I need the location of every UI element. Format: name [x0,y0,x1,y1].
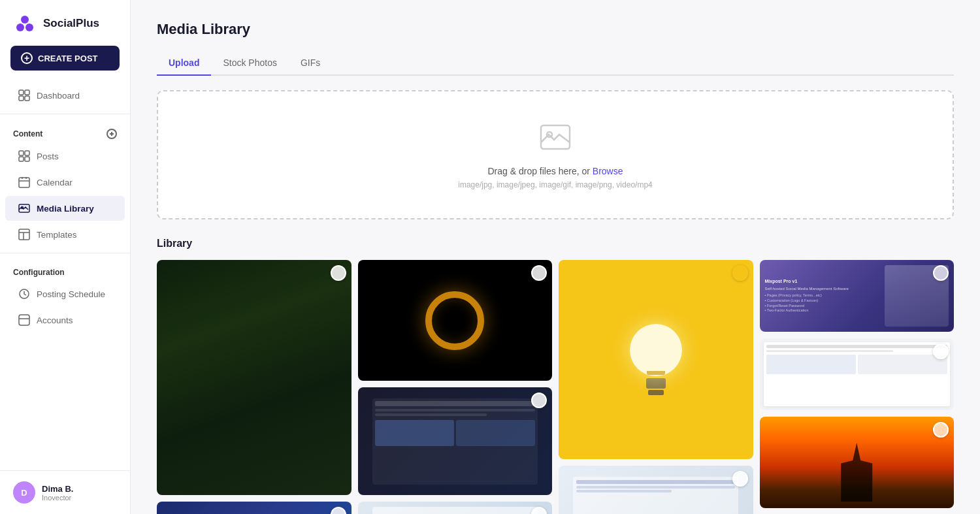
sidebar-templates-label: Templates [37,230,77,240]
sidebar-item-media-library[interactable]: Media Library [5,196,125,221]
sidebar-item-calendar[interactable]: Calendar [5,170,125,195]
upload-image-icon [538,120,572,154]
svg-rect-20 [19,229,29,240]
posts-icon [18,150,30,162]
svg-rect-11 [25,151,29,155]
media-tabs: Upload Stock Photos GIFs [157,52,954,76]
sidebar-calendar-label: Calendar [37,178,73,187]
browse-link[interactable]: Browse [593,166,623,176]
sidebar-accounts-label: Accounts [37,315,73,325]
sidebar-posts-label: Posts [37,152,59,161]
svg-point-2 [25,24,33,31]
sidebar-logo: SocialPlus [0,0,130,46]
list-item[interactable]: Mixpost Pro v1 Self-hosted Social Media … [760,260,955,514]
select-circle[interactable] [732,471,748,487]
upload-formats: image/jpg, image/jpeg, image/gif, image/… [171,180,939,189]
list-item[interactable] [157,260,351,514]
create-post-label: CREATE POST [38,54,98,63]
select-circle[interactable] [331,265,346,281]
list-item[interactable] [358,260,553,514]
main-content: Media Library Upload Stock Photos GIFs D… [131,0,980,514]
logo-icon [13,12,37,35]
select-circle[interactable] [933,265,949,281]
select-circle[interactable] [531,265,547,281]
svg-rect-3 [19,90,24,95]
sidebar-dashboard-label: Dashboard [37,91,80,101]
templates-icon [18,229,30,240]
posting-schedule-icon [18,288,30,300]
list-item[interactable] [559,260,753,514]
sidebar: SocialPlus + CREATE POST Dashboard Conte… [0,0,131,514]
add-content-icon[interactable] [106,129,117,139]
page-title: Media Library [157,21,954,38]
svg-rect-24 [19,315,29,325]
sidebar-media-label: Media Library [37,204,94,214]
library-title: Library [157,238,954,249]
svg-rect-6 [25,96,29,101]
select-circle[interactable] [933,344,949,359]
tab-upload[interactable]: Upload [157,52,211,74]
upload-dropzone[interactable]: Drag & drop files here, or Browse image/… [157,90,954,219]
tab-stock-photos[interactable]: Stock Photos [211,52,289,74]
user-avatar: D [13,481,35,504]
plus-circle-icon: + [21,52,33,64]
accounts-icon [18,314,30,326]
svg-rect-12 [19,157,24,161]
svg-rect-4 [25,90,29,95]
select-circle[interactable] [732,265,748,281]
select-circle[interactable] [933,422,949,438]
sidebar-item-dashboard[interactable]: Dashboard [5,83,125,108]
dashboard-icon [18,89,30,101]
svg-point-1 [16,24,24,31]
svg-rect-13 [25,157,29,161]
sidebar-divider-1 [0,114,130,114]
calendar-icon [18,176,30,188]
svg-rect-10 [19,151,24,155]
media-grid: Mixpost Pro v1 Self-hosted Social Media … [157,260,954,514]
svg-point-0 [21,16,29,24]
app-name: SocialPlus [43,17,99,30]
select-circle[interactable] [531,393,547,408]
sidebar-item-accounts[interactable]: Accounts [5,308,125,332]
user-info: Dima B. Inovector [42,484,73,502]
media-library-icon [18,202,30,214]
user-name: Dima B. [42,484,73,494]
user-profile[interactable]: D Dima B. Inovector [0,470,130,514]
svg-rect-14 [19,178,29,187]
sidebar-divider-2 [0,253,130,253]
user-org: Inovector [42,494,73,502]
sidebar-item-posting-schedule[interactable]: Posting Schedule [5,281,125,306]
sidebar-item-posts[interactable]: Posts [5,144,125,169]
create-post-button[interactable]: + CREATE POST [10,46,120,71]
tab-gifs[interactable]: GIFs [289,52,332,74]
sidebar-posting-schedule-label: Posting Schedule [37,289,105,299]
svg-rect-5 [19,96,24,101]
configuration-section-label: Configuration [0,259,130,281]
upload-main-text: Drag & drop files here, or Browse [171,166,939,176]
sidebar-item-templates[interactable]: Templates [5,222,125,247]
content-section-label: Content [0,120,130,143]
